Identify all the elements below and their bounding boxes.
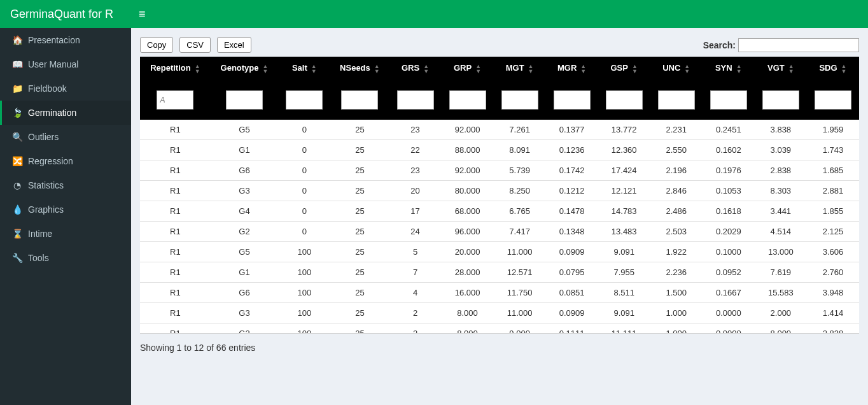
table-cell: G6 — [211, 283, 279, 303]
table-cell: 0.1478 — [546, 201, 598, 222]
col-header-label: Genotype — [221, 63, 259, 73]
sidebar-item-presentacion[interactable]: 🏠Presentacion — [0, 28, 131, 52]
col-header-label: SDG — [819, 63, 837, 73]
table-cell: 1.959 — [807, 120, 859, 140]
table-row[interactable]: R1G21002528.0009.0000.111111.1111.0000.0… — [140, 323, 859, 334]
col-filter-sdg[interactable] — [815, 90, 851, 110]
table-row[interactable]: R1G510025520.00011.0000.09099.0911.9220.… — [140, 242, 859, 262]
col-filter-grp[interactable] — [449, 90, 486, 110]
sidebar-item-graphics[interactable]: 💧Graphics — [0, 197, 131, 222]
table-cell: G1 — [211, 262, 279, 283]
tools-icon: 🔧 — [10, 253, 24, 263]
table-cell: 4.514 — [755, 222, 807, 242]
table-cell: R1 — [140, 120, 211, 140]
table-cell: 0.1618 — [703, 201, 755, 222]
col-filter-mgr[interactable] — [554, 90, 591, 110]
table-cell: 0.0000 — [703, 303, 755, 323]
col-header-unc[interactable]: UNC▲▼ — [650, 57, 703, 80]
sidebar-item-label: Regression — [28, 156, 73, 166]
table-row[interactable]: R1G40251768.0006.7650.147814.7832.4860.1… — [140, 201, 859, 222]
table-cell: 2.125 — [807, 222, 859, 242]
sidebar-menu: 🏠Presentacion📖User Manual📁Fieldbook🍃Germ… — [0, 28, 131, 270]
col-header-salt[interactable]: Salt▲▼ — [278, 57, 330, 80]
col-header-mgr[interactable]: MGR▲▼ — [546, 57, 598, 80]
table-cell: 1.685 — [807, 160, 859, 181]
sidebar-item-user-manual[interactable]: 📖User Manual — [0, 52, 131, 76]
hamburger-icon[interactable]: ≡ — [139, 8, 146, 21]
table-row[interactable]: R1G10252288.0008.0910.123612.3602.5500.1… — [140, 140, 859, 160]
table-cell: 25 — [330, 181, 389, 201]
table-cell: 16.000 — [442, 283, 494, 303]
table-cell: 0.0000 — [703, 323, 755, 334]
table-cell: 0.1236 — [546, 140, 598, 160]
table-cell: 12.360 — [598, 140, 650, 160]
table-cell: 7.619 — [755, 262, 807, 283]
col-header-label: GSP — [611, 63, 628, 73]
col-header-genotype[interactable]: Genotype▲▼ — [211, 57, 279, 80]
col-header-gsp[interactable]: GSP▲▼ — [598, 57, 650, 80]
col-header-syn[interactable]: SYN▲▼ — [703, 57, 755, 80]
col-filter-salt[interactable] — [286, 90, 323, 110]
table-cell: G3 — [211, 181, 279, 201]
sidebar-item-statistics[interactable]: ◔Statistics — [0, 173, 131, 197]
table-row[interactable]: R1G110025728.00012.5710.07957.9552.2360.… — [140, 262, 859, 283]
col-filter-syn[interactable] — [710, 90, 747, 110]
table-info: Showing 1 to 12 of 66 entries — [140, 343, 859, 353]
table-cell: 13.772 — [598, 120, 650, 140]
table-cell: 25 — [330, 160, 389, 181]
sidebar-item-regression[interactable]: 🔀Regression — [0, 149, 131, 173]
table-cell: 0 — [278, 160, 330, 181]
sidebar-item-label: Germination — [28, 108, 76, 118]
table-cell: 25 — [330, 242, 389, 262]
table-row[interactable]: R1G50252392.0007.2610.137713.7722.2310.2… — [140, 120, 859, 140]
sidebar-item-fieldbook[interactable]: 📁Fieldbook — [0, 76, 131, 101]
table-row[interactable]: R1G610025416.00011.7500.08518.5111.5000.… — [140, 283, 859, 303]
col-filter-grs[interactable] — [397, 90, 434, 110]
table-scroll-region[interactable]: Repetition▲▼Genotype▲▼Salt▲▼NSeeds▲▼GRS▲… — [140, 57, 859, 334]
sidebar-item-intime[interactable]: ⌛Intime — [0, 222, 131, 246]
sort-icon: ▲▼ — [528, 64, 534, 74]
col-filter-genotype[interactable] — [226, 90, 263, 110]
table-row[interactable]: R1G20252496.0007.4170.134813.4832.5030.2… — [140, 222, 859, 242]
col-header-sdg[interactable]: SDG▲▼ — [807, 57, 859, 80]
sidebar-item-tools[interactable]: 🔧Tools — [0, 246, 131, 270]
col-filter-unc[interactable] — [658, 90, 695, 110]
table-cell: 8.250 — [494, 181, 546, 201]
sidebar-item-label: Outliers — [28, 132, 59, 142]
table-cell: 7.261 — [494, 120, 546, 140]
table-row[interactable]: R1G31002528.00011.0000.09099.0911.0000.0… — [140, 303, 859, 323]
sidebar-item-germination[interactable]: 🍃Germination — [0, 101, 131, 125]
table-cell: 24 — [389, 222, 441, 242]
col-header-nseeds[interactable]: NSeeds▲▼ — [330, 57, 389, 80]
sort-icon: ▲▼ — [736, 64, 742, 74]
table-cell: 0.1377 — [546, 120, 598, 140]
table-cell: 3.039 — [755, 140, 807, 160]
table-cell: 8.000 — [442, 303, 494, 323]
col-filter-nseeds[interactable] — [341, 90, 378, 110]
excel-button[interactable]: Excel — [217, 37, 251, 53]
col-filter-vgt[interactable] — [762, 90, 799, 110]
col-filter-repetition[interactable] — [157, 90, 193, 110]
col-filter-mgt[interactable] — [501, 90, 538, 110]
table-cell: G4 — [211, 201, 279, 222]
table-cell: 0 — [278, 120, 330, 140]
col-header-mgt[interactable]: MGT▲▼ — [494, 57, 546, 80]
csv-button[interactable]: CSV — [179, 37, 211, 53]
col-filter-gsp[interactable] — [606, 90, 643, 110]
sidebar-item-outliers[interactable]: 🔍Outliers — [0, 125, 131, 149]
table-cell: 0.0795 — [546, 262, 598, 283]
copy-button[interactable]: Copy — [140, 37, 173, 53]
sort-icon: ▲▼ — [263, 64, 269, 74]
col-header-grs[interactable]: GRS▲▼ — [389, 57, 441, 80]
table-cell: 1.000 — [650, 323, 703, 334]
col-header-repetition[interactable]: Repetition▲▼ — [140, 57, 211, 80]
table-row[interactable]: R1G60252392.0005.7390.174217.4242.1960.1… — [140, 160, 859, 181]
table-row[interactable]: R1G30252080.0008.2500.121212.1212.8460.1… — [140, 181, 859, 201]
search-input[interactable] — [738, 38, 859, 52]
col-header-grp[interactable]: GRP▲▼ — [442, 57, 494, 80]
table-cell: 17.424 — [598, 160, 650, 181]
table-cell: 3.441 — [755, 201, 807, 222]
sort-icon: ▲▼ — [374, 64, 380, 74]
germination-icon: 🍃 — [10, 108, 24, 118]
col-header-vgt[interactable]: VGT▲▼ — [755, 57, 807, 80]
